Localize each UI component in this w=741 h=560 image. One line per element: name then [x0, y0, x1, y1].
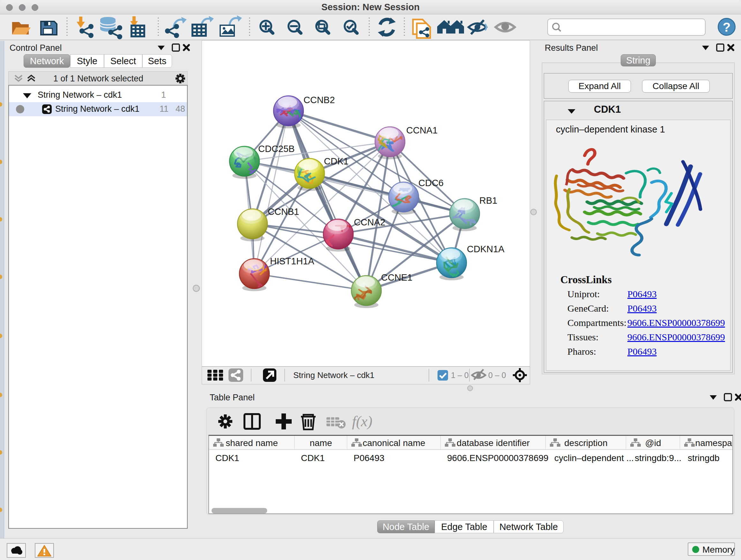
svg-text:CCNA2: CCNA2 [354, 217, 385, 227]
svg-text:1 – 0: 1 – 0 [451, 371, 469, 380]
svg-text:RB1: RB1 [479, 195, 497, 206]
svg-text:f(x): f(x) [352, 413, 373, 429]
svg-text:CCNE1: CCNE1 [381, 272, 412, 283]
svg-text:CDKN1A: CDKN1A [467, 244, 504, 254]
svg-text:CDC25B: CDC25B [258, 144, 294, 154]
svg-text:String Network – cdk1: String Network – cdk1 [293, 370, 374, 380]
svg-text:CCNA1: CCNA1 [406, 125, 437, 135]
svg-text:CDK1: CDK1 [324, 156, 348, 166]
svg-text:HIST1H1A: HIST1H1A [270, 256, 314, 266]
svg-text:CCNB2: CCNB2 [304, 95, 335, 105]
svg-text:CCNB1: CCNB1 [268, 206, 299, 217]
svg-text:0 – 0: 0 – 0 [488, 371, 506, 380]
svg-text:CDC6: CDC6 [418, 178, 444, 188]
